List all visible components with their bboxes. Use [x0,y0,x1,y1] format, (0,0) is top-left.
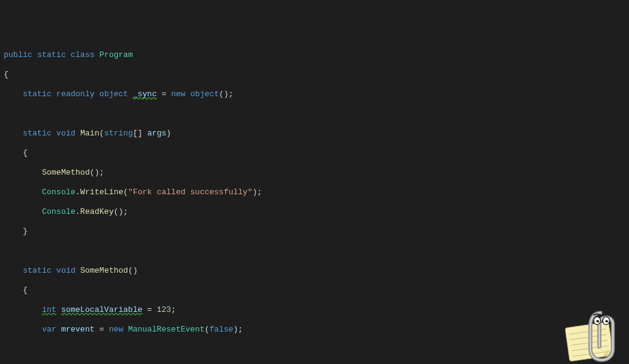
code-line: public static class Program [4,50,629,60]
code-editor[interactable]: public static class Program { static rea… [4,40,629,364]
clippy-icon[interactable] [557,293,624,360]
code-line: static void SomeMethod() [4,266,629,276]
code-line: Console.ReadKey(); [4,207,629,217]
svg-point-8 [597,320,599,322]
code-line [4,109,629,119]
code-line: Console.WriteLine("Fork called successfu… [4,188,629,197]
code-line: int someLocalVariable = 123; [4,305,629,315]
code-line: static void Main(string[] args) [4,129,629,138]
code-line: static readonly object _sync = new objec… [4,89,629,99]
svg-point-9 [605,320,608,322]
code-line: { [4,148,629,158]
code-line: SomeMethod(); [4,168,629,178]
code-line: { [4,286,629,295]
code-line: var mrevent = new ManualResetEvent(false… [4,325,629,335]
code-line [4,246,629,256]
code-line: } [4,227,629,237]
code-line [4,344,629,354]
code-line: { [4,70,629,80]
